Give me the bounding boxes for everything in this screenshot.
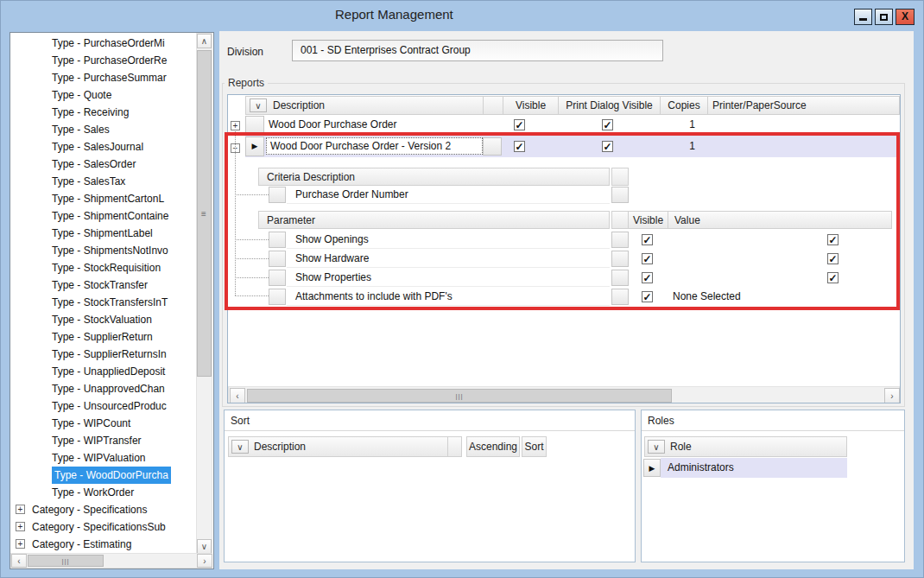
scroll-right-button[interactable]: › [197,554,212,568]
tree-item[interactable]: Type - StockRequisition [11,259,194,276]
tree-item[interactable]: Type - Sales [11,121,194,138]
row-header[interactable] [269,187,286,203]
parameter-spacer-cell[interactable] [611,251,629,267]
parameter-row[interactable]: Show Hardware [287,250,610,268]
tree-item[interactable]: +Category - Specifications [11,501,194,518]
row-header[interactable] [269,251,286,267]
column-chooser-icon[interactable]: ∨ [648,440,665,454]
scroll-up-button[interactable]: ∧ [197,34,212,48]
column-chooser-icon[interactable]: ∨ [231,440,249,454]
tree-item[interactable]: Type - PurchaseSummar [11,69,194,86]
parameter-header-spacer[interactable] [611,211,629,229]
tree-item[interactable]: Type - WIPTransfer [11,432,194,449]
parameter-row[interactable]: Attachments to include with PDF's [287,288,610,306]
print-dialog-visible-checkbox[interactable]: ✓ [602,119,613,130]
parameter-row[interactable]: Show Properties [287,269,610,287]
sort-column-header[interactable]: ∨ Description [228,436,448,457]
tree-item[interactable]: +Category - SpecificationsSub [11,518,194,536]
row-header[interactable] [245,116,264,135]
parameter-spacer-cell[interactable] [611,270,629,286]
copies-value[interactable]: 1 [660,116,695,134]
parameter-header-value[interactable]: Value [668,211,892,229]
parameter-value-checkbox[interactable]: ✓ [827,253,839,264]
criteria-header-spacer[interactable] [611,168,629,186]
tree-item[interactable]: Type - WorkOrder [11,484,194,501]
tree-item[interactable]: Type - StockTransfersInT [11,294,194,311]
tree-item[interactable]: Type - ShipmentContaine [11,207,194,225]
role-column-header[interactable]: ∨ Role [644,436,847,457]
tree-item-selected[interactable]: Type - WoodDoorPurcha [11,467,194,484]
visible-checkbox[interactable]: ✓ [514,119,525,130]
visible-checkbox[interactable]: ✓ [514,141,525,152]
column-header-visible[interactable]: Visible [503,96,559,115]
tree-item[interactable]: +Category - Estimating [11,536,194,553]
parameter-header-visible[interactable]: Visible [628,211,668,229]
expand-plus-icon[interactable]: + [231,121,240,130]
parameter-visible-checkbox[interactable]: ✓ [642,272,653,283]
tree-item[interactable]: Type - WIPCount [11,415,194,432]
parameter-value-text[interactable]: None Selected [673,288,741,306]
tree-item[interactable]: Type - SupplierReturnsIn [11,346,194,363]
row-header[interactable] [269,270,286,286]
tree-item[interactable]: Type - SupplierReturn [11,328,194,346]
grid-horizontal-scrollbar[interactable]: ‹ ||| › [228,386,900,403]
parameter-row[interactable]: Show Openings [287,231,610,249]
scroll-left-button[interactable]: ‹ [11,554,27,568]
minimize-button[interactable] [854,9,872,25]
tree-item[interactable]: Type - ShipmentLabel [11,225,194,242]
parameter-spacer-cell[interactable] [611,289,629,305]
parameter-value-checkbox[interactable]: ✓ [827,272,839,283]
scroll-left-button[interactable]: ‹ [230,388,245,403]
copies-value[interactable]: 1 [660,137,695,156]
tree-item[interactable]: Type - WIPValuation [11,449,194,467]
tree-item[interactable]: Type - UnsourcedProduc [11,397,194,415]
tree-item[interactable]: Type - PurchaseOrderRe [11,52,194,69]
parameter-value-checkbox[interactable]: ✓ [827,234,839,245]
row-header[interactable] [269,289,286,305]
sort-header-spacer[interactable] [447,436,462,457]
criteria-header[interactable]: Criteria Description [258,168,610,186]
close-button[interactable]: X [896,9,915,25]
criteria-spacer-cell[interactable] [611,187,629,203]
scroll-down-button[interactable]: ∨ [197,539,212,554]
ellipsis-cell[interactable] [483,137,502,156]
tree-item[interactable]: Type - UnapprovedChan [11,380,194,397]
ascending-button[interactable]: Ascending [466,436,520,457]
parameter-visible-checkbox[interactable]: ✓ [642,253,653,264]
tree-item[interactable]: Type - Receiving [11,104,194,121]
column-header-description[interactable]: ∨ Description [245,96,484,115]
tree-item[interactable]: Type - SalesOrder [11,156,194,173]
scrollbar-thumb[interactable]: ≡ [197,50,212,377]
parameter-visible-checkbox[interactable]: ✓ [642,234,653,245]
parameter-spacer-cell[interactable] [611,232,629,248]
tree-item[interactable]: Type - Quote [11,86,194,104]
row-header[interactable] [269,232,286,248]
tree-vertical-scrollbar[interactable]: ∧ ≡ ∨ [196,33,212,553]
tree-item[interactable]: Type - UnappliedDeposit [11,363,194,380]
tree-item[interactable]: Type - SalesTax [11,173,194,190]
division-field[interactable]: 001 - SD Enterprises Contract Group [292,40,663,61]
tree-item[interactable]: Type - StockValuation [11,311,194,328]
tree-item[interactable]: Type - ShipmentCartonL [11,190,194,207]
tree-horizontal-scrollbar[interactable]: ‹ ||| › [10,553,212,568]
print-dialog-visible-checkbox[interactable]: ✓ [602,141,613,152]
criteria-row[interactable]: Purchase Order Number [287,186,610,204]
column-header-print-dialog-visible[interactable]: Print Dialog Visible [558,96,661,115]
report-row-selected[interactable]: ▶ Wood Door Purchase Order - Version 2 ✓… [245,136,900,157]
parameter-visible-checkbox[interactable]: ✓ [642,291,653,302]
sort-button[interactable]: Sort [522,436,547,457]
column-header-copies[interactable]: Copies [660,96,708,115]
tree-item[interactable]: Type - PurchaseOrderMi [11,35,194,52]
titlebar[interactable]: Report Management X [1,1,924,31]
tree-item[interactable]: Type - StockTransfer [11,276,194,294]
scrollbar-thumb[interactable]: ||| [28,555,104,567]
tree-item[interactable]: Type - SalesJournal [11,138,194,156]
scrollbar-thumb[interactable]: ||| [247,389,672,403]
expand-plus-icon[interactable]: + [16,539,25,549]
column-header-spacer[interactable] [483,96,503,115]
column-header-printer-papersource[interactable]: Printer/PaperSource [707,96,900,115]
tree-item[interactable]: Type - ShipmentsNotInvo [11,242,194,259]
maximize-button[interactable] [875,9,893,25]
role-row-selected[interactable]: Administrators [661,458,847,478]
report-description-editor[interactable]: Wood Door Purchase Order - Version 2 [266,137,483,155]
